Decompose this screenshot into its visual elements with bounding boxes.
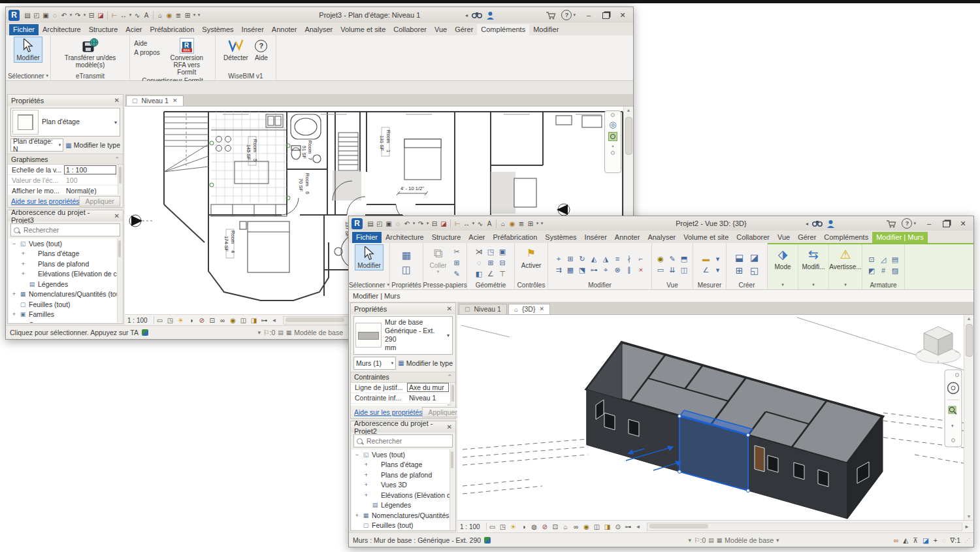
- thin-lines-icon[interactable]: ≣: [517, 218, 526, 229]
- copy-icon[interactable]: ⊞: [565, 253, 576, 264]
- ribbon-tab[interactable]: Préfabrication: [489, 232, 541, 243]
- override-graphics-icon[interactable]: ✎: [667, 253, 678, 264]
- default-3d-icon[interactable]: ⌂: [155, 10, 165, 20]
- active-workset[interactable]: Modèle de base: [725, 536, 774, 544]
- user-account-icon[interactable]: [486, 11, 495, 20]
- browser-search[interactable]: [353, 434, 453, 447]
- wisebim-help-button[interactable]: ? Aide: [253, 37, 270, 62]
- scale-icon[interactable]: ⬔: [577, 265, 588, 275]
- panel-create[interactable]: Créer: [727, 280, 767, 289]
- zoom-region-icon[interactable]: [608, 132, 617, 141]
- panel-wisebim[interactable]: WiseBIM v1: [216, 71, 276, 80]
- create-parts-icon[interactable]: ◱: [747, 264, 762, 276]
- tree-item[interactable]: + Plans d'étage: [8, 249, 122, 259]
- apply-button[interactable]: Appliquer: [79, 196, 120, 206]
- minimize-button[interactable]: –: [581, 10, 596, 21]
- panel-clipboard[interactable]: Presse-papiers: [423, 280, 466, 289]
- array-icon[interactable]: ▦: [565, 265, 576, 275]
- measure-caret-icon[interactable]: ▾: [712, 253, 723, 264]
- undo-caret-icon[interactable]: ▾: [69, 10, 73, 20]
- collapse-search-icon[interactable]: ◂: [465, 12, 468, 18]
- close-properties-icon[interactable]: ✕: [447, 305, 452, 312]
- vertical-scrollbar[interactable]: ▲▼: [964, 315, 973, 520]
- split-icon[interactable]: ∤: [624, 253, 635, 264]
- navbar-caret-icon[interactable]: ▾: [612, 144, 613, 148]
- status-caret-icon[interactable]: ▾: [258, 329, 261, 336]
- match-icon[interactable]: ∥: [624, 265, 635, 275]
- close-view-icon[interactable]: ✕: [172, 97, 178, 104]
- tree-item[interactable]: + ▦ Nomenclatures/Quantités (tou: [8, 289, 122, 300]
- progress-icon[interactable]: ◌: [942, 536, 946, 544]
- measure-icon[interactable]: ⊢: [110, 10, 119, 20]
- measure-length-icon[interactable]: ▬: [700, 253, 711, 264]
- copy-clipboard-icon[interactable]: ⊞: [451, 257, 463, 268]
- crop-view-icon[interactable]: ▭: [155, 315, 165, 325]
- rebar-path-icon[interactable]: ▤: [890, 254, 901, 265]
- editable-only-icon[interactable]: ⚐:0: [263, 329, 275, 336]
- type-selector[interactable]: Plan d'étage ▾: [10, 108, 120, 137]
- sun-path-icon[interactable]: ☀: [508, 521, 519, 532]
- paste-button[interactable]: ⧉ Coller ▾: [427, 245, 448, 275]
- crop-view-icon[interactable]: ▭: [487, 521, 498, 532]
- wisebim-detect-button[interactable]: Détecter: [221, 37, 250, 62]
- select-underlay-icon[interactable]: ◭: [903, 536, 908, 544]
- rfa-conversion-button[interactable]: RRFA Conversion RFA vers FormIt: [163, 37, 211, 77]
- close-hidden-icon[interactable]: ◪: [439, 218, 448, 229]
- ribbon-tab[interactable]: Gérer: [451, 24, 477, 35]
- tree-item[interactable]: + Vues 3D: [351, 480, 455, 491]
- ribbon-tab[interactable]: Compléments: [477, 24, 529, 35]
- panel-measure[interactable]: Mesurer: [693, 280, 726, 289]
- ui-views-icon[interactable]: ▤: [23, 10, 32, 20]
- displace-icon[interactable]: ⇊: [667, 265, 678, 275]
- save-icon[interactable]: ▣: [41, 10, 50, 20]
- reveal-hidden-icon[interactable]: ◉: [581, 521, 592, 532]
- create-similar-icon[interactable]: ◪: [747, 251, 762, 263]
- mode-button[interactable]: ⬗ Mode: [772, 246, 792, 271]
- text-icon[interactable]: A: [142, 10, 151, 20]
- formit-about-button[interactable]: A propos: [134, 49, 159, 56]
- ribbon-tab[interactable]: Vue: [774, 232, 794, 243]
- panel-warnings[interactable]: ▾: [829, 280, 862, 289]
- panel-geometry[interactable]: Géométrie: [467, 280, 514, 289]
- panel-rebar[interactable]: Armature: [862, 280, 904, 289]
- tree-item[interactable]: ▤ Légendes: [351, 500, 455, 511]
- open-icon[interactable]: ◰: [375, 218, 384, 229]
- panel-modify[interactable]: Modifier: [548, 280, 651, 289]
- ribbon-tab[interactable]: Architecture: [39, 24, 85, 35]
- tree-item[interactable]: + ◈ Groupes: [8, 319, 122, 323]
- align-icon[interactable]: ≡: [612, 253, 623, 264]
- lock-3d-icon[interactable]: ⊙: [613, 521, 623, 532]
- navbar-bottom-icon[interactable]: [611, 151, 615, 155]
- switch-caret-icon[interactable]: ▾: [192, 10, 197, 20]
- tree-item[interactable]: ▢ Feuilles (tout): [8, 299, 122, 310]
- rebar-cover-icon[interactable]: ▨: [890, 265, 901, 276]
- section-icon[interactable]: ◉: [508, 218, 517, 229]
- workset-dialog-icon[interactable]: ▦: [717, 537, 723, 544]
- etransmit-button[interactable]: Transférer un/des modèle(s): [54, 37, 126, 69]
- sync-icon[interactable]: ◌: [393, 218, 402, 229]
- dimension-caret-icon[interactable]: ▾: [471, 218, 476, 229]
- qat-separator-2[interactable]: [496, 219, 497, 228]
- property-row[interactable]: Valeur de l'éc... 100: [8, 175, 123, 186]
- qat-separator[interactable]: [450, 219, 451, 228]
- wall-joins-icon[interactable]: ⊞: [485, 257, 497, 268]
- tree-item[interactable]: − ◱ Vues (tout): [8, 238, 122, 249]
- thin-lines-icon[interactable]: ≣: [174, 10, 183, 20]
- modify-wall-button[interactable]: ⇆ Modifi...: [800, 246, 827, 271]
- hide-elements-icon[interactable]: ◉: [655, 253, 666, 264]
- isolate-icon[interactable]: ∞: [218, 315, 228, 325]
- panel-controls[interactable]: Contrôles: [515, 280, 547, 289]
- delete-icon[interactable]: ×: [636, 265, 647, 275]
- ribbon-tab[interactable]: Systèmes: [198, 24, 237, 35]
- close-browser-icon[interactable]: ✕: [114, 212, 120, 219]
- save-icon[interactable]: ▣: [384, 218, 393, 229]
- ribbon-tab[interactable]: Gérer: [794, 232, 820, 243]
- switch-windows-icon[interactable]: ⊞: [183, 10, 192, 20]
- ribbon-tab[interactable]: Acier: [465, 232, 489, 243]
- browser-scrollbar[interactable]: [449, 449, 455, 530]
- select-pinned-icon[interactable]: ⊼: [913, 536, 918, 544]
- workset-caret-icon[interactable]: ▾: [776, 537, 779, 544]
- sync-icon[interactable]: ◌: [50, 10, 59, 20]
- ribbon-tab[interactable]: Analyser: [644, 232, 679, 243]
- sun-path-icon[interactable]: ☀: [176, 315, 186, 325]
